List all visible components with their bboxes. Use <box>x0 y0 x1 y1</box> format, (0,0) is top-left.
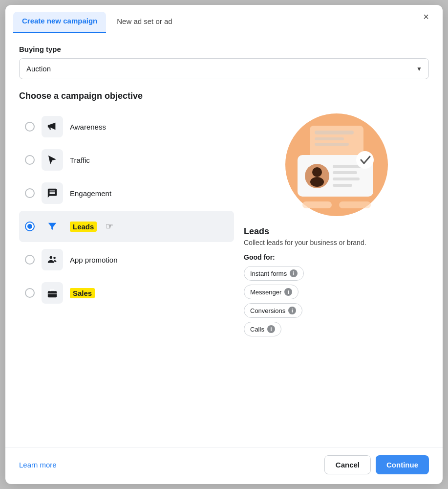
illustration-svg <box>283 111 390 219</box>
svg-rect-15 <box>333 184 352 187</box>
svg-point-1 <box>53 257 56 259</box>
sales-icon-box <box>42 282 63 304</box>
tab-new-ad-set[interactable]: New ad set or ad <box>108 12 181 32</box>
messenger-info-icon[interactable]: i <box>284 288 292 296</box>
modal-header: Create new campaign New ad set or ad × <box>5 5 443 33</box>
close-button[interactable]: × <box>417 8 435 26</box>
sales-label: Sales <box>70 288 95 298</box>
modal: Create new campaign New ad set or ad × B… <box>5 5 443 484</box>
svg-rect-17 <box>302 201 332 208</box>
buying-type-select-wrapper: Auction Reach and Frequency ▼ <box>19 58 429 79</box>
buying-type-select[interactable]: Auction Reach and Frequency <box>19 58 429 79</box>
radio-awareness <box>25 122 35 132</box>
tab-create-campaign[interactable]: Create new campaign <box>13 12 106 33</box>
svg-rect-14 <box>333 178 360 180</box>
objective-content: Awareness Traffic <box>19 111 429 439</box>
calls-info-icon[interactable]: i <box>267 325 275 333</box>
people-icon <box>47 254 58 265</box>
engagement-icon-box <box>42 182 63 204</box>
radio-traffic <box>25 155 35 165</box>
cursor-icon <box>47 155 57 165</box>
leads-icon-box <box>42 216 63 237</box>
detail-desc: Collect leads for your business or brand… <box>244 239 366 246</box>
objective-item-leads[interactable]: Leads ☞ <box>19 211 234 242</box>
chat-icon <box>47 188 58 199</box>
engagement-label: Engagement <box>70 189 111 198</box>
svg-point-0 <box>50 256 53 259</box>
svg-rect-6 <box>315 137 344 140</box>
detail-title: Leads <box>244 226 269 237</box>
conversions-info-icon[interactable]: i <box>288 307 296 314</box>
objective-title: Choose a campaign objective <box>19 91 429 101</box>
awareness-icon-box <box>42 116 63 137</box>
radio-leads <box>25 222 35 231</box>
radio-app-promotion <box>25 255 35 265</box>
tag-conversions: Conversions i <box>244 303 302 318</box>
objective-item-awareness[interactable]: Awareness <box>19 111 234 142</box>
app-promotion-label: App promotion <box>70 256 118 264</box>
radio-sales <box>25 288 35 298</box>
briefcase-icon <box>47 288 58 298</box>
instant-forms-label: Instant forms <box>250 270 287 277</box>
good-for-label: Good for: <box>244 253 275 261</box>
continue-button[interactable]: Continue <box>376 455 429 474</box>
svg-rect-13 <box>333 171 357 174</box>
traffic-icon-box <box>42 149 63 171</box>
modal-body: Buying type Auction Reach and Frequency … <box>5 33 443 447</box>
learn-more-link[interactable]: Learn more <box>19 461 57 469</box>
tag-calls: Calls i <box>244 322 281 336</box>
calls-label: Calls <box>250 326 264 333</box>
awareness-label: Awareness <box>70 123 106 131</box>
objective-item-engagement[interactable]: Engagement <box>19 178 234 209</box>
app-promotion-icon-box <box>42 249 63 270</box>
svg-rect-2 <box>48 291 57 297</box>
cancel-button[interactable]: Cancel <box>324 455 371 474</box>
filter-icon <box>47 221 58 232</box>
svg-point-16 <box>356 151 374 169</box>
tag-instant-forms: Instant forms i <box>244 266 304 281</box>
objective-item-traffic[interactable]: Traffic <box>19 144 234 176</box>
svg-rect-5 <box>315 131 354 134</box>
svg-point-10 <box>312 167 322 177</box>
cursor-pointer-icon: ☞ <box>106 221 113 232</box>
tags-list: Instant forms i Messenger i Conversions … <box>244 266 304 336</box>
instant-forms-info-icon[interactable]: i <box>290 269 298 277</box>
buying-type-label: Buying type <box>19 45 429 53</box>
modal-footer: Learn more Cancel Continue <box>5 447 443 484</box>
leads-illustration <box>283 111 390 219</box>
tag-messenger: Messenger i <box>244 285 299 299</box>
svg-rect-18 <box>339 201 371 208</box>
objective-item-sales[interactable]: Sales <box>19 277 234 309</box>
objective-list: Awareness Traffic <box>19 111 234 439</box>
svg-point-11 <box>310 177 324 187</box>
svg-rect-7 <box>315 143 349 146</box>
footer-buttons: Cancel Continue <box>324 455 429 474</box>
leads-label: Leads <box>70 222 97 232</box>
messenger-label: Messenger <box>250 289 281 296</box>
megaphone-icon <box>47 121 58 132</box>
objective-item-app-promotion[interactable]: App promotion <box>19 244 234 275</box>
objective-detail: Leads Collect leads for your business or… <box>244 111 429 439</box>
conversions-label: Conversions <box>250 307 285 314</box>
radio-engagement <box>25 188 35 198</box>
traffic-label: Traffic <box>70 156 90 164</box>
